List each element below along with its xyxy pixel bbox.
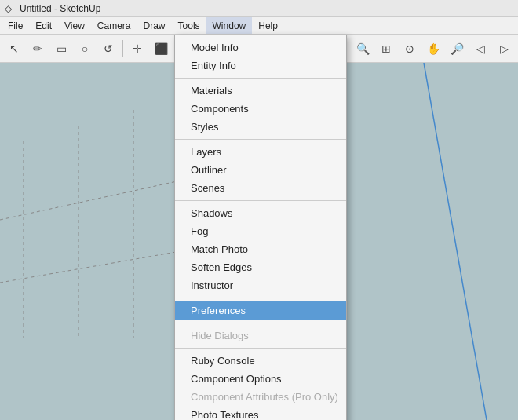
svg-line-1: [0, 251, 181, 283]
dropdown-item-hide-dialogs: Hide Dialogs: [175, 327, 346, 345]
dropdown-item-fog[interactable]: Fog: [175, 222, 346, 240]
dropdown-item-photo-textures[interactable]: Photo Textures: [175, 406, 346, 420]
dropdown-item-component-options[interactable]: Component Options: [175, 370, 346, 388]
toolbar-separator: [122, 40, 123, 57]
menu-item-tools[interactable]: Tools: [172, 17, 206, 34]
right-tool-orbit[interactable]: ⊙: [399, 38, 421, 60]
dropdown-item-components[interactable]: Components: [175, 100, 346, 118]
tool-pencil[interactable]: ✏: [27, 38, 49, 60]
title-bar: ◇ Untitled - SketchUp: [0, 0, 518, 17]
tool-push[interactable]: ⬛: [150, 38, 172, 60]
menu-separator: [175, 348, 346, 349]
tool-select[interactable]: ↖: [3, 38, 25, 60]
menu-bar: FileEditViewCameraDrawToolsWindowHelp: [0, 17, 518, 35]
window-title: Untitled - SketchUp: [20, 3, 100, 14]
menu-item-draw[interactable]: Draw: [137, 17, 172, 34]
dropdown-item-match-photo[interactable]: Match Photo: [175, 240, 346, 258]
menu-item-edit[interactable]: Edit: [29, 17, 58, 34]
right-tool-next-view[interactable]: ▷: [493, 38, 515, 60]
window-menu-dropdown: Model InfoEntity InfoMaterialsComponents…: [174, 35, 347, 420]
menu-separator: [175, 323, 346, 323]
tool-rectangle[interactable]: ▭: [50, 38, 72, 60]
dropdown-item-soften-edges[interactable]: Soften Edges: [175, 258, 346, 276]
menu-separator: [175, 139, 346, 140]
tool-move[interactable]: ✛: [126, 38, 148, 60]
dropdown-item-layers[interactable]: Layers: [175, 143, 346, 161]
dropdown-item-styles[interactable]: Styles: [175, 118, 346, 136]
app-icon: ◇: [5, 3, 16, 14]
tool-circle[interactable]: ○: [74, 38, 96, 60]
menu-separator: [175, 298, 346, 298]
dropdown-item-outliner[interactable]: Outliner: [175, 161, 346, 179]
menu-item-help[interactable]: Help: [252, 17, 284, 34]
dropdown-item-component-attributes: Component Attributes (Pro Only): [175, 388, 346, 406]
dropdown-item-entity-info[interactable]: Entity Info: [175, 57, 346, 75]
right-tool-search[interactable]: 🔍: [352, 38, 374, 60]
menu-item-file[interactable]: File: [2, 17, 29, 34]
right-tool-zoom-ext[interactable]: ⊞: [375, 38, 397, 60]
menu-item-window[interactable]: Window: [206, 17, 253, 34]
dropdown-item-materials[interactable]: Materials: [175, 82, 346, 100]
menu-separator: [175, 200, 346, 201]
tool-undo[interactable]: ↺: [97, 38, 119, 60]
menu-item-camera[interactable]: Camera: [91, 17, 137, 34]
dropdown-item-ruby-console[interactable]: Ruby Console: [175, 352, 346, 370]
right-tool-zoom[interactable]: 🔎: [446, 38, 468, 60]
dropdown-item-instructor[interactable]: Instructor: [175, 276, 346, 294]
right-tool-prev-view[interactable]: ◁: [469, 38, 491, 60]
menu-item-view[interactable]: View: [58, 17, 91, 34]
dropdown-item-preferences[interactable]: Preferences: [175, 301, 346, 320]
right-toolbar: 🔍⊞⊙✋🔎◁▷: [348, 35, 518, 63]
dropdown-item-scenes[interactable]: Scenes: [175, 179, 346, 197]
menu-separator: [175, 78, 346, 79]
right-tool-pan[interactable]: ✋: [422, 38, 444, 60]
dropdown-item-model-info[interactable]: Model Info: [175, 38, 346, 57]
svg-line-0: [0, 181, 181, 220]
dropdown-item-shadows[interactable]: Shadows: [175, 204, 346, 222]
svg-line-5: [424, 63, 487, 420]
